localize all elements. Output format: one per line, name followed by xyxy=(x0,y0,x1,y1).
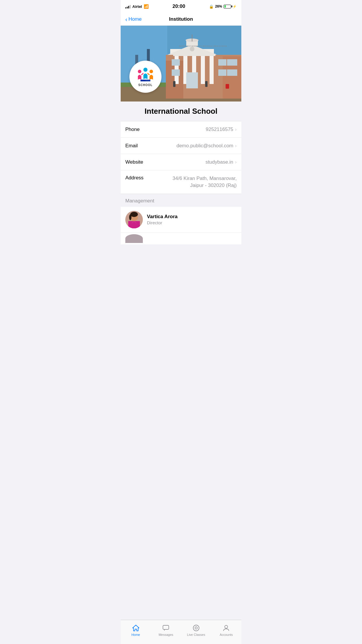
hero-image: MONUMENT BERKELEY REGIONAL HIGH SCHOOL S… xyxy=(121,26,241,102)
person-row[interactable]: Vartica Arora Director xyxy=(121,207,241,233)
status-left: Airtel 📶 xyxy=(125,4,149,9)
svg-point-24 xyxy=(190,47,194,51)
status-time: 20:00 xyxy=(173,4,185,9)
svg-rect-20 xyxy=(218,69,226,76)
battery-icon xyxy=(224,5,231,8)
email-value: demo.public@school.com xyxy=(176,143,233,149)
lock-icon: 🔒 xyxy=(209,4,214,9)
svg-rect-12 xyxy=(201,55,205,84)
svg-rect-38 xyxy=(140,80,145,81)
svg-point-34 xyxy=(150,70,153,73)
svg-line-36 xyxy=(147,73,150,75)
svg-rect-25 xyxy=(192,34,192,41)
svg-rect-18 xyxy=(227,59,237,66)
institution-name-section: International School xyxy=(121,102,241,121)
email-row[interactable]: Email demo.public@school.com › xyxy=(121,138,241,154)
svg-point-32 xyxy=(143,68,147,72)
charging-icon: ⚡ xyxy=(233,5,237,8)
svg-rect-16 xyxy=(172,59,180,66)
svg-point-33 xyxy=(138,70,141,73)
svg-rect-15 xyxy=(186,72,198,88)
battery-fill xyxy=(224,5,226,8)
address-value-container: 34/6 Kiran Path, Mansarovar, Jaipur - 30… xyxy=(167,175,237,189)
website-chevron-icon: › xyxy=(235,159,237,165)
school-logo-text: SCHOOL xyxy=(138,83,153,87)
svg-rect-17 xyxy=(218,59,226,66)
svg-rect-14 xyxy=(173,54,215,56)
phone-label: Phone xyxy=(125,127,140,132)
phone-value-container: 9252116575 › xyxy=(206,127,237,132)
address-value: 34/6 Kiran Path, Mansarovar, Jaipur - 30… xyxy=(167,175,237,189)
back-label: Home xyxy=(129,16,142,22)
nav-bar: ‹ Home Institution xyxy=(121,13,241,26)
back-button[interactable]: ‹ Home xyxy=(125,16,142,22)
address-label: Address xyxy=(125,175,143,181)
website-row[interactable]: Website studybase.in › xyxy=(121,154,241,170)
partial-avatar xyxy=(125,234,143,243)
management-header: Management xyxy=(121,194,241,207)
avatar-image xyxy=(125,211,143,228)
management-label: Management xyxy=(125,198,154,204)
person-name: Vartica Arora xyxy=(147,214,237,220)
website-value-container: studybase.in › xyxy=(205,159,237,165)
back-chevron-icon: ‹ xyxy=(125,16,127,22)
avatar xyxy=(125,211,143,228)
status-right: 🔒 26% ⚡ xyxy=(209,4,237,9)
svg-rect-26 xyxy=(173,81,175,87)
svg-rect-13 xyxy=(210,55,214,84)
battery-percent: 26% xyxy=(215,4,222,8)
person-info: Vartica Arora Director xyxy=(147,214,237,225)
wifi-icon: 📶 xyxy=(144,4,149,9)
institution-name: International School xyxy=(125,107,237,116)
person-role: Director xyxy=(147,220,237,225)
phone-chevron-icon: › xyxy=(235,127,237,132)
email-chevron-icon: › xyxy=(235,143,237,149)
svg-rect-21 xyxy=(227,69,237,76)
partial-person-row xyxy=(121,233,241,244)
email-label: Email xyxy=(125,143,138,149)
svg-point-43 xyxy=(129,214,131,220)
svg-rect-27 xyxy=(205,81,208,87)
svg-text:MONUMENT BERKELEY REGIONAL HIG: MONUMENT BERKELEY REGIONAL HIGH SCHOOL xyxy=(179,45,227,47)
school-logo: SCHOOL xyxy=(129,61,161,93)
info-section: Phone 9252116575 › Email demo.public@sch… xyxy=(121,121,241,194)
status-bar: Airtel 📶 20:00 🔒 26% ⚡ xyxy=(121,0,241,13)
email-value-container: demo.public@school.com › xyxy=(176,143,237,149)
management-list: Vartica Arora Director xyxy=(121,207,241,244)
website-value: studybase.in xyxy=(205,159,233,165)
website-label: Website xyxy=(125,159,143,165)
svg-line-35 xyxy=(141,73,143,75)
svg-point-42 xyxy=(130,212,138,217)
phone-value: 9252116575 xyxy=(206,127,233,132)
svg-rect-28 xyxy=(226,84,229,89)
svg-rect-19 xyxy=(172,69,180,76)
school-logo-figures xyxy=(136,67,155,83)
address-row: Address 34/6 Kiran Path, Mansarovar, Jai… xyxy=(121,170,241,194)
battery-container xyxy=(224,5,231,8)
phone-row[interactable]: Phone 9252116575 › xyxy=(121,121,241,138)
nav-title: Institution xyxy=(169,16,193,22)
carrier-label: Airtel xyxy=(132,4,142,9)
signal-bars xyxy=(125,4,131,8)
